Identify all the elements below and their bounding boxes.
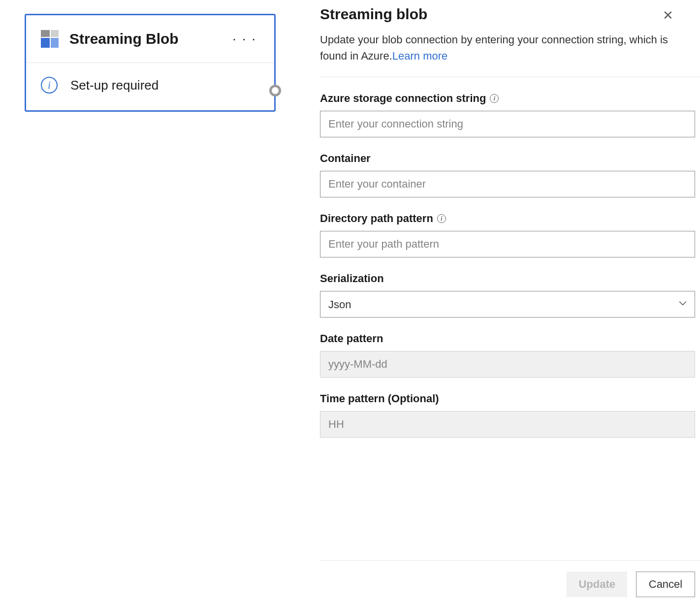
panel-header: Streaming blob ✕ Update your blob connec…	[320, 6, 700, 77]
date-pattern-input	[320, 351, 695, 378]
learn-more-link[interactable]: Learn more	[392, 50, 448, 62]
field-connection-string: Azure storage connection string i	[320, 92, 695, 137]
cancel-button[interactable]: Cancel	[636, 572, 695, 597]
time-pattern-label: Time pattern (Optional)	[320, 392, 439, 405]
field-time-pattern: Time pattern (Optional)	[320, 392, 695, 438]
serialization-select[interactable]: Json	[320, 291, 695, 318]
node-body: i Set-up required	[26, 63, 274, 110]
panel-description: Update your blob connection by entering …	[320, 32, 675, 64]
info-icon: i	[41, 77, 58, 94]
panel-body: Azure storage connection string i Contai…	[320, 77, 700, 560]
node-title: Streaming Blob	[69, 31, 229, 47]
panel-description-text: Update your blob connection by entering …	[320, 33, 668, 62]
serialization-label: Serialization	[320, 272, 384, 285]
help-icon[interactable]: i	[437, 214, 446, 223]
help-icon[interactable]: i	[490, 94, 499, 103]
close-icon[interactable]: ✕	[661, 7, 675, 24]
field-serialization: Serialization Json	[320, 272, 695, 318]
field-date-pattern: Date pattern	[320, 332, 695, 378]
update-button: Update	[567, 572, 627, 597]
node-more-button[interactable]: . . .	[229, 29, 259, 43]
directory-pattern-label: Directory path pattern	[320, 212, 433, 225]
field-directory-pattern: Directory path pattern i	[320, 212, 695, 257]
streaming-blob-node[interactable]: Streaming Blob . . . i Set-up required	[25, 14, 276, 112]
container-label: Container	[320, 152, 371, 165]
time-pattern-input	[320, 411, 695, 438]
date-pattern-label: Date pattern	[320, 332, 383, 345]
field-container: Container	[320, 152, 695, 197]
node-header: Streaming Blob . . .	[26, 15, 274, 63]
panel-footer: Update Cancel	[320, 560, 700, 607]
node-output-port[interactable]	[269, 85, 281, 96]
connection-string-input[interactable]	[320, 111, 695, 137]
node-status-text: Set-up required	[70, 78, 159, 93]
directory-pattern-input[interactable]	[320, 231, 695, 257]
container-input[interactable]	[320, 171, 695, 197]
panel-title: Streaming blob	[320, 6, 661, 23]
blob-storage-icon	[41, 30, 59, 48]
config-panel: Streaming blob ✕ Update your blob connec…	[305, 0, 700, 607]
canvas: Streaming Blob . . . i Set-up required	[0, 0, 305, 607]
connection-string-label: Azure storage connection string	[320, 92, 486, 105]
